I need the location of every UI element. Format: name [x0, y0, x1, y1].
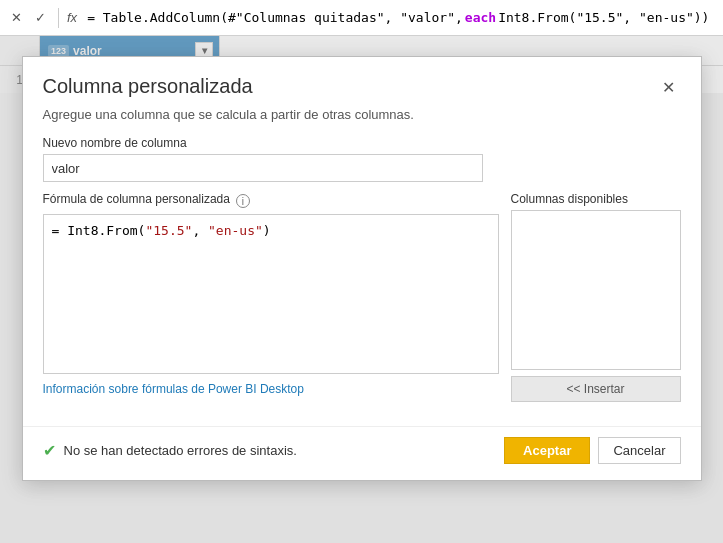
formula-suffix: Int8.From("15.5", "en-us")) [498, 10, 709, 25]
columns-right-panel: Columnas disponibles << Insertar [511, 192, 681, 402]
custom-column-dialog: Columna personalizada ✕ Agregue una colu… [22, 56, 702, 481]
cancel-button[interactable]: Cancelar [598, 437, 680, 464]
column-name-input[interactable] [43, 154, 483, 182]
fx-label: fx [67, 10, 77, 25]
column-name-label: Nuevo nombre de columna [43, 136, 681, 150]
syntax-status: ✔ No se han detectado errores de sintaxi… [43, 441, 297, 460]
formula-bar: = Table.AddColumn(#"Columnas quitadas", … [87, 10, 717, 25]
formula-left-panel: Fórmula de columna personalizada i = Int… [43, 192, 499, 402]
dialog-close-button[interactable]: ✕ [657, 75, 681, 99]
formula-label: Fórmula de columna personalizada [43, 192, 230, 206]
formula-info-link[interactable]: Información sobre fórmulas de Power BI D… [43, 382, 499, 396]
formula-info-icon[interactable]: i [236, 194, 250, 208]
formula-editor[interactable]: = Int8.From("15.5", "en-us") [43, 214, 499, 374]
formula-label-row: Fórmula de columna personalizada i [43, 192, 499, 210]
toolbar-divider [58, 8, 59, 28]
dialog-header: Columna personalizada ✕ [23, 57, 701, 99]
insert-button[interactable]: << Insertar [511, 376, 681, 402]
accept-button[interactable]: Aceptar [504, 437, 590, 464]
syntax-check-icon: ✔ [43, 441, 56, 460]
dialog-title: Columna personalizada [43, 75, 253, 98]
dialog-footer: ✔ No se han detectado errores de sintaxi… [23, 426, 701, 480]
formula-section: Fórmula de columna personalizada i = Int… [43, 192, 681, 402]
checkmark-icon[interactable]: ✓ [30, 8, 50, 28]
columns-available-label: Columnas disponibles [511, 192, 681, 206]
footer-buttons: Aceptar Cancelar [504, 437, 680, 464]
columns-list[interactable] [511, 210, 681, 370]
dialog-body: Agregue una columna que se calcula a par… [23, 99, 701, 418]
modal-overlay: Columna personalizada ✕ Agregue una colu… [0, 36, 723, 543]
syntax-status-text: No se han detectado errores de sintaxis. [64, 443, 297, 458]
toolbar: ✕ ✓ fx = Table.AddColumn(#"Columnas quit… [0, 0, 723, 36]
dialog-subtitle: Agregue una columna que se calcula a par… [43, 107, 681, 122]
formula-prefix: = Table.AddColumn(#"Columnas quitadas", … [87, 10, 463, 25]
close-icon[interactable]: ✕ [6, 8, 26, 28]
formula-keyword-each: each [465, 10, 496, 25]
